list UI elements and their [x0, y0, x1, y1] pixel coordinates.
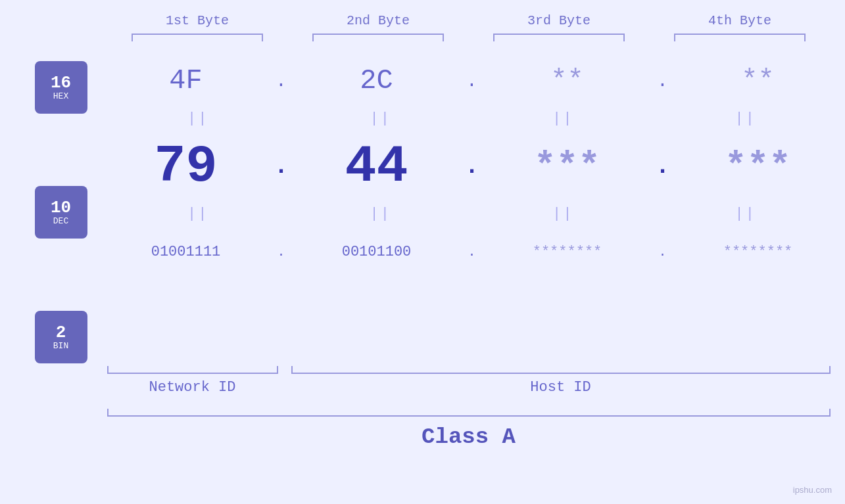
- dec-dot2: .: [462, 153, 482, 180]
- hex-badge-number: 16: [51, 74, 71, 91]
- network-bracket: [107, 366, 278, 374]
- sep2-b3: ||: [491, 206, 635, 222]
- bracket-byte2: [312, 34, 444, 41]
- hex-byte2: 2C: [304, 65, 449, 97]
- bottom-bracket-area: Network ID Host ID: [107, 366, 831, 396]
- byte-headers: 1st Byte 2nd Byte 3rd Byte 4th Byte: [107, 13, 831, 28]
- bin-dot2: .: [462, 244, 482, 260]
- content-area: 16 HEX 10 DEC 2 BIN 4F . 2C: [9, 55, 837, 363]
- sep1-b1: ||: [126, 110, 270, 127]
- host-bracket: [291, 366, 831, 374]
- dec-dot1: .: [272, 153, 291, 180]
- bracket-byte4: [674, 34, 806, 41]
- bin-badge: 2 BIN: [35, 311, 87, 363]
- bracket-byte1: [132, 34, 263, 41]
- bin-byte2: 00101100: [304, 244, 449, 260]
- network-id-label: Network ID: [107, 379, 278, 396]
- dec-byte2: 44: [304, 137, 449, 196]
- main-container: 1st Byte 2nd Byte 3rd Byte 4th Byte 16 H…: [0, 0, 845, 504]
- watermark: ipshu.com: [793, 485, 832, 495]
- dec-badge: 10 DEC: [35, 186, 87, 239]
- bottom-brackets: [107, 366, 831, 374]
- sep-row-1: || || || ||: [107, 107, 837, 130]
- hex-dot1: .: [272, 71, 291, 91]
- top-brackets: [107, 34, 831, 41]
- hex-byte4: **: [686, 65, 831, 97]
- bottom-labels: Network ID Host ID: [107, 379, 831, 396]
- byte4-header: 4th Byte: [667, 13, 812, 28]
- bin-badge-number: 2: [56, 324, 66, 341]
- hex-row: 4F . 2C . ** . **: [107, 55, 837, 107]
- byte2-header: 2nd Byte: [306, 13, 450, 28]
- sep2-b2: ||: [308, 206, 453, 222]
- class-bracket: [107, 409, 831, 417]
- byte1-header: 1st Byte: [125, 13, 270, 28]
- data-rows: 4F . 2C . ** . ** || || || ||: [107, 55, 837, 278]
- dec-badge-label: DEC: [53, 216, 68, 226]
- bin-badge-label: BIN: [53, 341, 68, 351]
- sep-row-2: || || || ||: [107, 202, 837, 225]
- hex-badge: 16 HEX: [35, 61, 87, 114]
- hex-dot2: .: [462, 71, 482, 91]
- bin-dot3: .: [653, 244, 673, 260]
- dec-row: 79 . 44 . *** . ***: [107, 130, 837, 202]
- sep2-b1: ||: [126, 206, 270, 222]
- dec-badge-number: 10: [51, 199, 71, 216]
- class-label: Class A: [107, 424, 831, 449]
- dec-byte4: ***: [686, 145, 831, 187]
- hex-byte3: **: [495, 65, 640, 97]
- byte3-header: 3rd Byte: [487, 13, 631, 28]
- dec-dot3: .: [653, 153, 673, 180]
- hex-byte1: 4F: [114, 65, 258, 97]
- bin-byte3: ********: [495, 244, 640, 260]
- hex-badge-label: HEX: [53, 91, 68, 101]
- dec-byte3: ***: [495, 145, 640, 187]
- bracket-byte3: [493, 34, 625, 41]
- bin-dot1: .: [272, 244, 291, 260]
- dec-byte1: 79: [114, 137, 258, 196]
- sep1-b3: ||: [491, 110, 635, 127]
- sep1-b4: ||: [673, 110, 818, 127]
- bin-byte4: ********: [686, 244, 831, 260]
- sep1-b2: ||: [308, 110, 453, 127]
- hex-dot3: .: [653, 71, 673, 91]
- sep2-b4: ||: [673, 206, 818, 222]
- bin-byte1: 01001111: [114, 244, 258, 260]
- badges-column: 16 HEX 10 DEC 2 BIN: [9, 61, 87, 363]
- bin-row: 01001111 . 00101100 . ******** . *******…: [107, 225, 837, 278]
- host-id-label: Host ID: [291, 379, 831, 396]
- class-area: Class A: [107, 409, 831, 449]
